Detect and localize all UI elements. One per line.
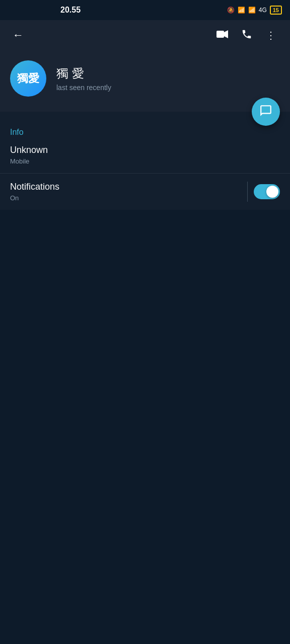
message-fab-icon <box>259 104 272 119</box>
svg-rect-0 <box>216 31 224 38</box>
notifications-row: Notifications On <box>0 174 290 210</box>
phone-info-item: Unknown Mobile <box>0 141 290 173</box>
notifications-status: On <box>10 194 59 202</box>
notifications-right <box>247 182 280 202</box>
info-section-label: Info <box>0 120 290 141</box>
avatar: 獨愛 <box>10 60 46 97</box>
svg-marker-1 <box>224 30 228 38</box>
back-button[interactable]: ← <box>8 25 28 45</box>
signal-icon: 📶 <box>248 7 256 14</box>
more-icon: ⋮ <box>266 29 276 41</box>
wifi-icon: 📶 <box>238 7 245 14</box>
status-icons: 🔕 📶 📶 4G 15 <box>227 6 282 15</box>
notifications-info: Notifications On <box>10 182 59 202</box>
notifications-title: Notifications <box>10 182 59 192</box>
profile-section: 獨愛 獨 愛 last seen recently <box>0 50 290 112</box>
phone-value: Unknown <box>10 145 280 155</box>
phone-icon <box>241 29 252 42</box>
network-4g-icon: 4G <box>259 7 267 14</box>
profile-info: 獨 愛 last seen recently <box>56 65 111 92</box>
profile-name: 獨 愛 <box>56 65 111 82</box>
notifications-toggle[interactable] <box>254 184 280 199</box>
notification-icon: 🔕 <box>227 7 235 14</box>
voice-call-button[interactable] <box>236 24 258 46</box>
vertical-divider <box>247 182 248 202</box>
profile-status: last seen recently <box>56 84 111 92</box>
app-bar: ← ⋮ <box>0 20 290 50</box>
video-call-button[interactable] <box>211 24 234 46</box>
more-options-button[interactable]: ⋮ <box>260 24 282 46</box>
video-call-icon <box>216 30 229 41</box>
app-bar-left: ← <box>8 25 28 45</box>
battery-icon: 15 <box>270 6 282 15</box>
message-fab-button[interactable] <box>252 98 280 126</box>
status-bar: 20.55 🔕 📶 📶 4G 15 <box>0 0 290 20</box>
back-arrow-icon: ← <box>13 29 24 42</box>
toggle-knob <box>266 186 278 198</box>
avatar-text: 獨愛 <box>17 71 39 86</box>
status-time: 20.55 <box>60 6 81 15</box>
phone-sub: Mobile <box>10 157 280 165</box>
bottom-space <box>0 210 290 562</box>
app-bar-actions: ⋮ <box>211 24 282 46</box>
content: Info Unknown Mobile Notifications On <box>0 112 290 210</box>
